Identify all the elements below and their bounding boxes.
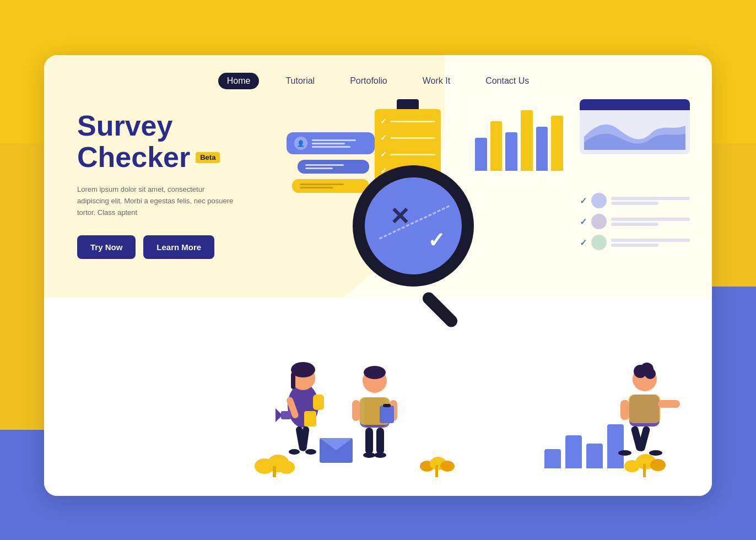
- wave-chart: [580, 99, 690, 154]
- svg-point-11: [289, 449, 300, 455]
- nav-portfolio[interactable]: Portofolio: [341, 73, 396, 89]
- cl-bar: [611, 239, 690, 242]
- bar-3: [505, 132, 517, 171]
- hero-section: Survey Checker Beta Lorem ipsum dolor si…: [77, 110, 276, 259]
- nav-workit[interactable]: Work It: [414, 73, 459, 89]
- person-man-svg: [344, 345, 405, 466]
- svg-point-45: [440, 461, 455, 472]
- bubble-line: [305, 164, 344, 166]
- cl-bar: [611, 244, 658, 247]
- clipboard-clip: [397, 99, 419, 109]
- person-magnifier-svg: [613, 345, 684, 466]
- svg-rect-7: [281, 411, 291, 419]
- svg-rect-22: [365, 428, 373, 454]
- svg-point-31: [645, 368, 656, 379]
- check-item-1: ✓: [380, 117, 435, 126]
- cl-bar: [611, 223, 658, 226]
- bubble-line: [312, 139, 356, 141]
- beta-badge: Beta: [196, 152, 220, 163]
- bar-chart: [469, 99, 569, 176]
- plant-middle-svg: [419, 444, 457, 477]
- checkmark-icon: ✓: [380, 117, 387, 126]
- checkmark-icon: ✓: [428, 228, 445, 252]
- svg-point-37: [649, 450, 662, 456]
- svg-point-12: [305, 449, 316, 455]
- chat-bubble-1: 👤: [287, 132, 375, 154]
- cl-item-3: ✓: [580, 235, 690, 250]
- checklist-right: ✓ ✓ ✓: [580, 193, 690, 256]
- main-card: Home Tutorial Portofolio Work It Contact…: [44, 55, 712, 496]
- svg-rect-18: [352, 400, 360, 421]
- bubble-line: [305, 168, 333, 169]
- illustration-area: 👤: [253, 88, 701, 490]
- bottom-bar-3: [586, 444, 603, 468]
- svg-rect-8: [304, 411, 316, 426]
- bubble-line: [300, 187, 333, 188]
- bar-4: [521, 110, 533, 171]
- x-mark-icon: ✕: [390, 202, 410, 230]
- person-1: [270, 345, 336, 468]
- avatar-2: [591, 214, 607, 229]
- cl-bar: [611, 218, 690, 221]
- person-3: [613, 345, 684, 468]
- person-2: [344, 345, 405, 468]
- svg-rect-3: [291, 372, 295, 389]
- person-woman-svg: [270, 345, 336, 466]
- hero-title: Survey Checker Beta: [77, 110, 276, 173]
- cl-item-2: ✓: [580, 214, 690, 229]
- check-line: [390, 137, 435, 139]
- cl-bar: [611, 202, 658, 205]
- bar-chart-inner: [469, 99, 569, 176]
- check-icon: ✓: [580, 196, 587, 206]
- svg-rect-27: [628, 395, 661, 423]
- try-now-button[interactable]: Try Now: [77, 235, 136, 259]
- bubble-line: [312, 146, 350, 148]
- wave-header: [580, 99, 690, 110]
- avatar-1: [591, 193, 607, 208]
- bottom-bar-chart: [544, 424, 624, 468]
- bottom-bar-1: [544, 449, 561, 468]
- magnifier-glass: ✕ ✓: [353, 165, 474, 287]
- wave-body: [580, 110, 690, 154]
- hero-title-line2: Checker Beta: [77, 142, 276, 173]
- checkmark-icon: ✓: [380, 150, 387, 159]
- svg-point-17: [364, 366, 386, 379]
- svg-rect-33: [620, 400, 629, 420]
- learn-more-button[interactable]: Learn More: [143, 235, 214, 259]
- nav-home[interactable]: Home: [218, 73, 260, 89]
- bar-2: [490, 121, 503, 171]
- svg-rect-20: [380, 406, 394, 423]
- check-icon: ✓: [580, 237, 587, 248]
- svg-rect-21: [383, 404, 391, 407]
- svg-point-25: [374, 452, 386, 458]
- plant-middle: [419, 444, 457, 479]
- bar-6: [551, 116, 563, 171]
- nav-contact[interactable]: Contact Us: [477, 73, 538, 89]
- bubble-line: [300, 183, 344, 185]
- svg-rect-32: [658, 400, 680, 408]
- check-line: [390, 121, 435, 122]
- nav-tutorial[interactable]: Tutorial: [277, 73, 323, 89]
- svg-marker-6: [276, 408, 281, 422]
- bubble-line: [312, 143, 345, 144]
- check-line: [390, 154, 435, 155]
- cl-item-1: ✓: [580, 193, 690, 208]
- wave-box: [580, 99, 690, 154]
- navbar: Home Tutorial Portofolio Work It Contact…: [44, 73, 712, 89]
- hero-description: Lorem ipsum dolor sit amet, consectetur …: [77, 184, 237, 218]
- avatar-3: [591, 235, 607, 250]
- check-item-2: ✓: [380, 133, 435, 142]
- bottom-bar-2: [565, 435, 582, 468]
- checkmark-icon: ✓: [380, 133, 387, 142]
- svg-rect-4: [313, 395, 324, 410]
- magnifier: ✕ ✓: [353, 165, 496, 309]
- check-icon: ✓: [580, 217, 587, 227]
- hero-title-line1: Survey: [77, 110, 276, 142]
- magnifier-handle: [420, 290, 460, 330]
- svg-rect-44: [435, 465, 438, 477]
- person-icon: 👤: [294, 137, 307, 150]
- wave-svg: [584, 115, 685, 150]
- check-item-3: ✓: [380, 150, 435, 159]
- svg-rect-23: [376, 428, 384, 454]
- svg-point-36: [618, 450, 631, 456]
